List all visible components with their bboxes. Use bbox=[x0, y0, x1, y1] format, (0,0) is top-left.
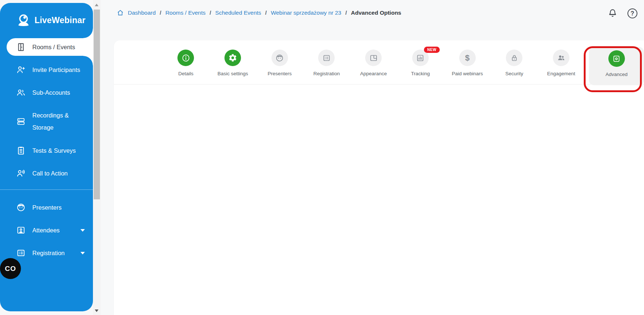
lock-icon bbox=[506, 50, 522, 66]
sidebar-item-invite-participants[interactable]: Invite Participants bbox=[0, 61, 93, 79]
sidebar-scrollbar[interactable] bbox=[93, 0, 101, 315]
webcam-logo-icon bbox=[16, 14, 31, 26]
sidebar-item-recordings-storage[interactable]: Recordings & Storage bbox=[0, 106, 93, 137]
door-icon bbox=[16, 42, 26, 52]
breadcrumb: Dashboard / Rooms / Events / Scheduled E… bbox=[117, 9, 401, 16]
new-badge: NEW bbox=[424, 47, 440, 53]
breadcrumb-webinar-name[interactable]: Webinar sprzedażowy nr 23 bbox=[271, 10, 341, 16]
dollar-icon: $ bbox=[459, 50, 476, 66]
clipboard-icon bbox=[16, 146, 26, 155]
breadcrumb-dashboard[interactable]: Dashboard bbox=[128, 10, 156, 16]
scrollbar-thumb[interactable] bbox=[94, 10, 100, 199]
breadcrumb-current: Advanced Options bbox=[351, 10, 401, 16]
face-icon bbox=[271, 50, 288, 66]
person-add-icon bbox=[16, 65, 26, 75]
layout-icon bbox=[365, 50, 382, 66]
tab-basic-settings[interactable]: Basic settings bbox=[209, 50, 256, 84]
presenter-face-icon bbox=[16, 203, 26, 212]
chevron-down-icon bbox=[80, 229, 85, 232]
tab-registration[interactable]: Registration bbox=[303, 50, 350, 84]
co-overlay-badge[interactable]: CO bbox=[0, 258, 21, 279]
tab-appearance[interactable]: Appearance bbox=[350, 50, 397, 84]
sidebar-divider bbox=[0, 189, 93, 190]
sidebar-item-tests-surveys[interactable]: Tests & Surveys bbox=[0, 142, 93, 159]
sidebar-item-attendees[interactable]: Attendees bbox=[0, 221, 93, 239]
scroll-down-icon[interactable] bbox=[95, 309, 98, 312]
sidebar-item-call-to-action[interactable]: Call to Action bbox=[0, 164, 93, 182]
attendee-icon bbox=[16, 225, 26, 235]
engagement-people-icon bbox=[553, 50, 569, 66]
notifications-bell-icon[interactable] bbox=[607, 8, 618, 19]
form-icon bbox=[318, 50, 335, 66]
scroll-up-icon[interactable] bbox=[95, 4, 98, 6]
sidebar-item-presenters[interactable]: Presenters bbox=[0, 199, 93, 216]
storage-icon bbox=[16, 117, 26, 126]
brand-logo[interactable]: LiveWebinar bbox=[0, 3, 93, 26]
breadcrumb-scheduled-events[interactable]: Scheduled Events bbox=[215, 10, 261, 16]
sidebar-nav: Rooms / Events Invite Participants S bbox=[0, 38, 93, 267]
bar-chart-icon: NEW bbox=[412, 50, 429, 66]
tab-paid-webinars[interactable]: $ Paid webinars bbox=[444, 50, 491, 84]
tab-details[interactable]: Details bbox=[162, 50, 209, 84]
people-icon bbox=[16, 88, 26, 97]
announce-icon bbox=[16, 169, 26, 178]
tab-tracking[interactable]: NEW Tracking bbox=[397, 50, 444, 84]
topbar-icons: ? bbox=[607, 8, 637, 19]
advanced-gear-icon bbox=[608, 50, 625, 67]
brand-name: LiveWebinar bbox=[35, 15, 86, 25]
tab-security[interactable]: Security bbox=[491, 50, 538, 84]
registration-form-icon bbox=[16, 248, 26, 258]
main-content-card: Details Basic settings Presenters bbox=[114, 40, 644, 315]
breadcrumb-rooms-events[interactable]: Rooms / Events bbox=[165, 10, 205, 16]
tab-advanced[interactable]: Advanced bbox=[589, 47, 644, 85]
chevron-down-icon bbox=[80, 252, 85, 254]
sidebar-item-sub-accounts[interactable]: Sub-Accounts bbox=[0, 84, 93, 101]
home-icon[interactable] bbox=[117, 9, 124, 16]
help-icon[interactable]: ? bbox=[627, 8, 637, 18]
gear-icon bbox=[224, 50, 241, 66]
info-icon bbox=[177, 50, 194, 66]
tab-engagement[interactable]: Engagement bbox=[538, 50, 585, 84]
settings-tab-strip: Details Basic settings Presenters bbox=[114, 40, 644, 84]
sidebar-item-rooms-events[interactable]: Rooms / Events bbox=[7, 38, 93, 56]
tab-presenters[interactable]: Presenters bbox=[256, 50, 303, 84]
